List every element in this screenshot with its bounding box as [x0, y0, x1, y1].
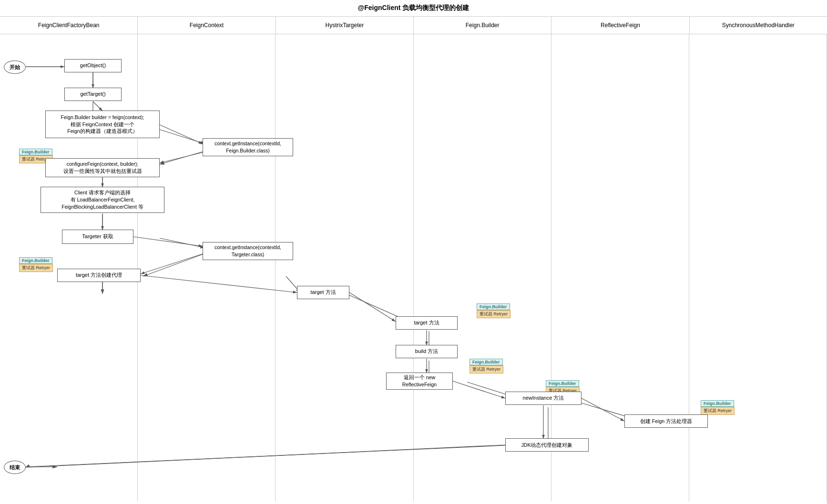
target-method2-node: target 方法 — [396, 316, 458, 330]
lane-body-3 — [276, 34, 413, 501]
feign-builder-create-node: Feign.Builder builder = feign(context); … — [45, 111, 160, 138]
badge-6: Feign.Builder 重试器 Retryer — [701, 400, 735, 415]
lane-body-4 — [414, 34, 551, 501]
badge-feign-label-5: Feign.Builder — [546, 380, 579, 387]
badge-feign-label-2: Feign.Builder — [19, 257, 52, 264]
jdk-proxy-node: JDK动态代理创建对象 — [505, 438, 589, 452]
start-node: 开始 — [4, 60, 26, 74]
diagram-title: @FeignClient 负载均衡型代理的创建 — [0, 0, 827, 17]
build-method-node: build 方法 — [396, 345, 458, 358]
target-create-proxy-node: target 方法创建代理 — [57, 269, 141, 282]
badge-feign-label-1: Feign.Builder — [19, 149, 52, 155]
configurefeign-node: configureFeign(context, builder); 设置一些属性… — [45, 158, 160, 177]
newinstance-method-node: newInstance 方法 — [505, 392, 582, 405]
lane-header-1: FeignClientFactoryBean — [0, 17, 138, 34]
return-reflective-node: 返回一个 new ReflectiveFeign — [386, 373, 453, 390]
create-feign-handler-node: 创建 Feign 方法处理器 — [624, 414, 708, 428]
badge-feign-label-4: Feign.Builder — [470, 359, 503, 365]
target-method1-node: target 方法 — [297, 286, 349, 299]
lane-header-6: SynchronousMethodHandler — [690, 17, 827, 34]
lane-header-4: Feign.Builder — [414, 17, 551, 34]
badge-2: Feign.Builder 重试器 Retryer — [19, 257, 53, 272]
badge-retryer-label-6: 重试器 Retryer — [701, 407, 735, 415]
badge-retryer-label-2: 重试器 Retryer — [19, 264, 53, 272]
lane-body-2 — [138, 34, 276, 501]
diagram-container: @FeignClient 负载均衡型代理的创建 FeignClientFacto… — [0, 0, 827, 504]
badge-retryer-label-3: 重试器 Retryer — [477, 310, 510, 318]
targeter-get-node: Targeter 获取 — [62, 230, 133, 244]
badge-3: Feign.Builder 重试器 Retryer — [477, 303, 510, 318]
badge-feign-label-6: Feign.Builder — [701, 400, 734, 407]
swimlane-body: 开始 getObject() getTarget() Feign.Builder… — [0, 34, 827, 501]
badge-retryer-label-4: 重试器 Retryer — [470, 365, 503, 373]
end-node: 结束 — [4, 461, 26, 474]
lane-body-5 — [551, 34, 689, 501]
gettarget-node: getTarget() — [64, 88, 122, 101]
lane-header-2: FeignContext — [138, 17, 276, 34]
badge-feign-label-3: Feign.Builder — [477, 303, 510, 310]
badge-4: Feign.Builder 重试器 Retryer — [470, 359, 503, 373]
getobject-node: getObject() — [64, 59, 122, 72]
lane-body-6 — [689, 34, 827, 501]
context-getinstance2-node: context.getInstance(contextId, Targeter.… — [203, 242, 293, 260]
context-getinstance1-node: context.getInstance(contextId, Feign.Bui… — [203, 138, 293, 156]
client-choice-node: Client 请求客户端的选择 有 LoadBalancerFeignClien… — [41, 187, 164, 213]
swimlane-header: FeignClientFactoryBean FeignContext Hyst… — [0, 17, 827, 34]
lane-header-3: HystrixTargeter — [276, 17, 414, 34]
lane-header-5: ReflectiveFeign — [551, 17, 689, 34]
